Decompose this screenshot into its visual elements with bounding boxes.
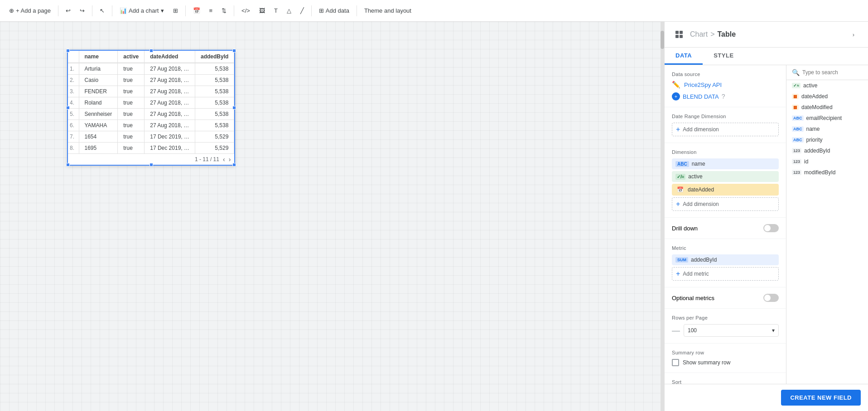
code-button[interactable]: </> [238, 5, 254, 16]
panel-tabs: DATA STYLE [665, 48, 868, 65]
row-name: FENDER [79, 86, 118, 97]
resize-handle-r[interactable] [232, 106, 236, 110]
field-item[interactable]: ABC priority [786, 134, 868, 145]
pencil-icon: ✏️ [672, 81, 680, 89]
add-date-range-button[interactable]: + Add dimension [672, 123, 779, 136]
field-item[interactable]: 123 id [786, 156, 868, 167]
canvas-scrollbar[interactable] [661, 22, 664, 411]
dim-name-type-icon: ABC [675, 161, 689, 167]
table-row: 7. 1654 true 17 Dec 2019, … 5,529 [68, 131, 234, 143]
tab-style[interactable]: STYLE [703, 48, 744, 65]
image-button[interactable]: 🖼 [256, 5, 269, 16]
field-name: priority [806, 137, 823, 143]
row-name: YAMAHA [79, 120, 118, 131]
col-active: active [118, 51, 145, 63]
field-type-icon: ▦ [792, 105, 799, 110]
row-active: true [118, 63, 145, 75]
prev-page-button[interactable]: ‹ [223, 156, 225, 163]
select-tool-button[interactable]: ↖ [96, 5, 108, 16]
data-source-name[interactable]: Price2Spy API [684, 81, 722, 88]
field-type-icon: ABC [792, 137, 804, 143]
resize-handle-br[interactable] [232, 163, 236, 167]
add-date-range-icon: + [676, 125, 680, 134]
panel-left: Data source ✏️ Price2Spy API + BLEND DAT… [665, 65, 786, 384]
rows-per-page-row: — 100 ▾ [672, 324, 779, 337]
add-chart-button[interactable]: 📊 Add a chart ▾ [116, 5, 168, 16]
redo-button[interactable]: ↪ [76, 5, 88, 16]
rows-dropdown-icon: ▾ [772, 327, 775, 334]
resize-handle-tr[interactable] [232, 49, 236, 53]
add-data-button[interactable]: ⊞ Add data [315, 5, 353, 16]
field-item[interactable]: 123 modifiedById [786, 167, 868, 178]
field-item[interactable]: ABC name [786, 124, 868, 134]
col-addedbyid: addedById [195, 51, 234, 63]
field-search-input[interactable] [802, 69, 863, 76]
optional-metrics-toggle[interactable] [763, 294, 779, 302]
resize-handle-tl[interactable] [66, 49, 70, 53]
resize-handle-bl[interactable] [66, 163, 70, 167]
field-type-icon: ABC [792, 115, 804, 121]
field-type-icon: 123 [792, 170, 801, 175]
show-summary-row[interactable]: Show summary row [672, 359, 779, 366]
canvas[interactable]: name active dateAdded addedById 1. Artur… [0, 22, 664, 411]
line-button[interactable]: ╱ [297, 5, 308, 16]
dimension-chip-active[interactable]: ✓/≈ active [672, 171, 779, 182]
blend-row[interactable]: + BLEND DATA ? [672, 92, 779, 100]
field-type-icon: 123 [792, 148, 801, 153]
shape-icon: △ [287, 7, 291, 14]
field-item[interactable]: ▦ dateAdded [786, 91, 868, 102]
rows-per-page-select[interactable]: 100 ▾ [684, 324, 779, 337]
add-page-button[interactable]: ⊕ + Add a page [5, 5, 54, 16]
text-button[interactable]: T [270, 5, 281, 16]
svg-rect-3 [680, 35, 683, 38]
create-new-field-button[interactable]: CREATE NEW FIELD [781, 390, 861, 406]
metric-chip[interactable]: SUM addedById [672, 254, 779, 265]
field-item[interactable]: 123 addedById [786, 145, 868, 156]
help-icon[interactable]: ? [722, 93, 725, 100]
rows-per-page-section: Rows per Page — 100 ▾ [665, 309, 786, 344]
canvas-scrollbar-thumb[interactable] [661, 31, 664, 49]
shape-button[interactable]: △ [283, 5, 295, 16]
field-item[interactable]: ABC emailRecipient [786, 113, 868, 124]
sort-button[interactable]: ⇅ [218, 5, 230, 16]
tab-data[interactable]: DATA [665, 48, 703, 65]
rows-per-page-value: 100 [688, 327, 697, 334]
summary-row-checkbox[interactable] [672, 359, 679, 366]
toolbar-divider-7 [357, 5, 357, 16]
metric-chip-label: addedById [691, 257, 775, 263]
field-name: emailRecipient [806, 115, 842, 121]
add-dimension-label: Add dimension [683, 201, 719, 207]
resize-handle-l[interactable] [66, 106, 70, 110]
undo-button[interactable]: ↩ [62, 5, 74, 16]
grid-button[interactable]: ⊞ [169, 5, 182, 16]
svg-rect-1 [680, 31, 683, 34]
row-addedbyid: 5,538 [195, 63, 234, 75]
close-panel-button[interactable]: › [846, 27, 861, 42]
field-item[interactable]: ✓≈ active [786, 80, 868, 91]
table-widget[interactable]: name active dateAdded addedById 1. Artur… [67, 50, 235, 166]
drill-down-toggle[interactable] [763, 224, 779, 232]
redo-icon: ↪ [80, 7, 85, 14]
dimension-chip-name[interactable]: ABC name [672, 158, 779, 169]
field-type-icon: ABC [792, 126, 804, 132]
filter-button[interactable]: ≡ [206, 5, 217, 16]
calendar-button[interactable]: 📅 [189, 5, 204, 16]
line-icon: ╱ [300, 7, 304, 14]
breadcrumb-chart[interactable]: Chart [690, 30, 708, 38]
resize-handle-b[interactable] [149, 163, 153, 167]
table-grid-icon[interactable] [672, 27, 686, 42]
blend-label: BLEND DATA [683, 93, 719, 100]
resize-handle-t[interactable] [149, 49, 153, 53]
add-dimension-button[interactable]: + Add dimension [672, 197, 779, 211]
row-num: 8. [68, 143, 79, 154]
field-type-icon: 123 [792, 159, 801, 164]
theme-layout-button[interactable]: Theme and layout [361, 5, 415, 16]
row-dateadded: 27 Aug 2018, … [145, 86, 195, 97]
next-page-button[interactable]: › [229, 156, 231, 163]
table-row: 5. Sennheiser true 27 Aug 2018, … 5,538 [68, 109, 234, 120]
add-metric-button[interactable]: + Add metric [672, 267, 779, 281]
dimension-chip-dateadded[interactable]: 📅 dateAdded [672, 184, 779, 196]
row-dateadded: 27 Aug 2018, … [145, 97, 195, 109]
field-name: addedById [804, 148, 830, 154]
field-item[interactable]: ▦ dateModified [786, 102, 868, 113]
